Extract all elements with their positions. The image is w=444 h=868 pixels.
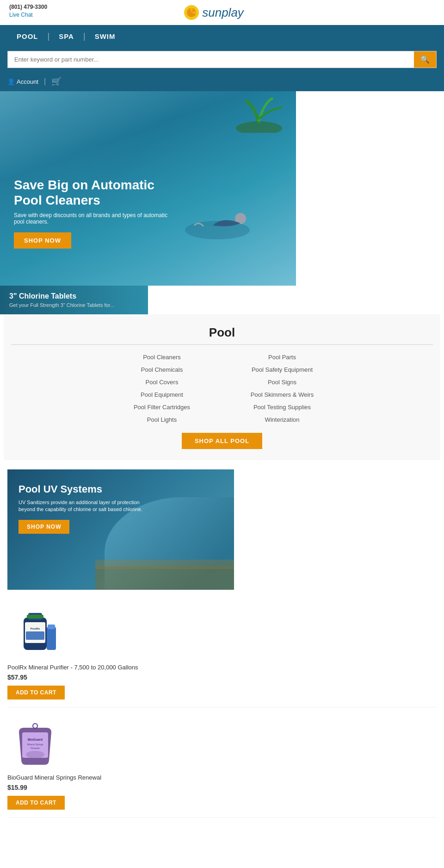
bioguard-add-to-cart-button[interactable]: ADD TO CART <box>7 796 65 810</box>
account-label: Account <box>17 78 38 85</box>
hero-banner: Save Big on Automatic Pool Cleaners Save… <box>0 91 296 286</box>
pool-link-lights[interactable]: Pool Lights <box>111 415 213 425</box>
svg-point-20 <box>33 724 37 728</box>
brand-name: sunplay <box>202 6 244 20</box>
main-navigation: POOL | SPA | SWIM <box>0 25 444 47</box>
pool-links-grid: Pool Cleaners Pool Parts Pool Chemicals … <box>111 352 333 425</box>
svg-rect-6 <box>95 560 234 569</box>
phone-number: (801) 479-3300 <box>9 4 47 10</box>
hero-title: Save Big on Automatic Pool Cleaners <box>14 177 162 208</box>
hero-content: Save Big on Automatic Pool Cleaners Save… <box>14 177 171 249</box>
chlorine-title: 3" Chlorine Tablets <box>9 292 139 300</box>
pool-link-equipment[interactable]: Pool Equipment <box>111 390 213 400</box>
pool-link-signs[interactable]: Pool Signs <box>231 377 333 387</box>
shop-all-pool-button[interactable]: SHOP ALL POOL <box>182 433 262 449</box>
search-icon: 🔍 <box>420 56 430 63</box>
search-bar: 🔍 <box>0 47 444 74</box>
product-card-poolrx: PoolRx PoolRx Mineral Purifier - 7,500 t… <box>7 608 437 707</box>
bioguard-image: BioGuard Mineral Springs Renewal <box>7 718 63 769</box>
svg-rect-14 <box>27 615 43 618</box>
cart-icon: 🛒 <box>51 76 62 87</box>
pool-section-heading: Pool <box>11 325 433 340</box>
poolrx-name: PoolRx Mineral Purifier - 7,500 to 20,00… <box>7 664 437 671</box>
top-bar-contact: (801) 479-3300 Live Chat <box>9 4 47 19</box>
sunplay-logo-icon <box>183 4 200 21</box>
poolrx-image: PoolRx <box>7 608 63 659</box>
chlorine-banner: 3" Chlorine Tablets Get your Full Streng… <box>0 286 148 314</box>
cart-link[interactable]: 🛒 <box>51 76 62 87</box>
products-section: PoolRx PoolRx Mineral Purifier - 7,500 t… <box>0 599 444 838</box>
account-bar: 👤 Account | 🛒 <box>0 74 444 91</box>
search-input[interactable] <box>8 51 414 68</box>
uv-shop-now-button[interactable]: SHOP NOW <box>18 520 69 534</box>
pool-link-testing[interactable]: Pool Testing Supplies <box>231 402 333 412</box>
nav-divider-1: | <box>48 31 50 41</box>
poolrx-price: $57.95 <box>7 674 437 681</box>
svg-text:BioGuard: BioGuard <box>28 738 43 741</box>
search-button[interactable]: 🔍 <box>414 51 436 68</box>
svg-point-19 <box>26 751 44 758</box>
poolrx-image-svg: PoolRx <box>7 608 63 659</box>
hero-subtitle: Save with deep discounts on all brands a… <box>14 212 171 225</box>
svg-rect-12 <box>47 627 56 650</box>
hero-shop-now-button[interactable]: SHOP NOW <box>14 232 71 249</box>
uv-title: Pool UV Systems <box>18 483 148 495</box>
pool-link-chemicals[interactable]: Pool Chemicals <box>111 365 213 375</box>
account-link[interactable]: 👤 Account <box>7 78 38 85</box>
nav-swim[interactable]: SWIM <box>86 32 125 40</box>
product-card-bioguard: BioGuard Mineral Springs Renewal BioGuar… <box>7 718 437 818</box>
pool-link-parts[interactable]: Pool Parts <box>231 352 333 362</box>
pool-link-winterization[interactable]: Winterization <box>231 415 333 425</box>
nav-spa[interactable]: SPA <box>49 32 83 40</box>
svg-rect-11 <box>26 631 44 640</box>
account-icon: 👤 <box>7 78 15 85</box>
search-form: 🔍 <box>7 51 437 68</box>
pool-section: Pool Pool Cleaners Pool Parts Pool Chemi… <box>4 314 440 460</box>
account-cart-divider: | <box>44 77 46 86</box>
nav-pool[interactable]: POOL <box>7 32 48 40</box>
bioguard-image-svg: BioGuard Mineral Springs Renewal <box>7 718 63 769</box>
poolrx-add-to-cart-button[interactable]: ADD TO CART <box>7 686 65 699</box>
live-chat-link[interactable]: Live Chat <box>9 12 33 18</box>
logo[interactable]: sunplay <box>183 4 244 21</box>
uv-banner: Pool UV Systems UV Sanitizers provide an… <box>7 469 234 590</box>
nav-divider-2: | <box>83 31 86 41</box>
svg-text:Mineral Springs: Mineral Springs <box>27 743 43 746</box>
uv-subtitle: UV Sanitizers provide an additional laye… <box>18 499 148 513</box>
svg-text:PoolRx: PoolRx <box>31 627 40 630</box>
pool-link-cleaners[interactable]: Pool Cleaners <box>111 352 213 362</box>
swimmer-illustration <box>176 202 259 249</box>
plants-decoration <box>231 96 287 133</box>
chlorine-subtitle: Get your Full Strength 3" Chlorine Table… <box>9 302 139 308</box>
pool-link-covers[interactable]: Pool Covers <box>111 377 213 387</box>
pool-section-divider <box>11 344 433 345</box>
svg-rect-13 <box>48 624 55 629</box>
svg-rect-5 <box>95 567 234 590</box>
pool-link-skimmers[interactable]: Pool Skimmers & Weirs <box>231 390 333 400</box>
bioguard-price: $15.99 <box>7 784 437 791</box>
bioguard-name: BioGuard Mineral Springs Renewal <box>7 774 437 781</box>
pool-link-filter-cartridges[interactable]: Pool Filter Cartridges <box>111 402 213 412</box>
svg-text:Renewal: Renewal <box>31 747 39 749</box>
uv-content: Pool UV Systems UV Sanitizers provide an… <box>18 483 148 534</box>
pool-link-safety[interactable]: Pool Safety Equipment <box>231 365 333 375</box>
